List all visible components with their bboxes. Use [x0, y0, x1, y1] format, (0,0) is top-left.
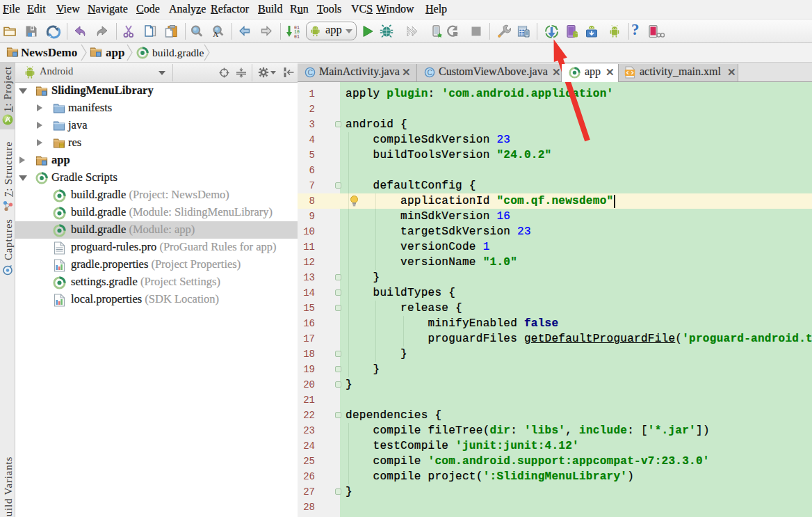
svg-text:C: C — [307, 68, 313, 77]
svg-text:C: C — [427, 68, 432, 77]
svg-text:01: 01 — [294, 35, 300, 40]
svg-text:A: A — [213, 30, 218, 38]
